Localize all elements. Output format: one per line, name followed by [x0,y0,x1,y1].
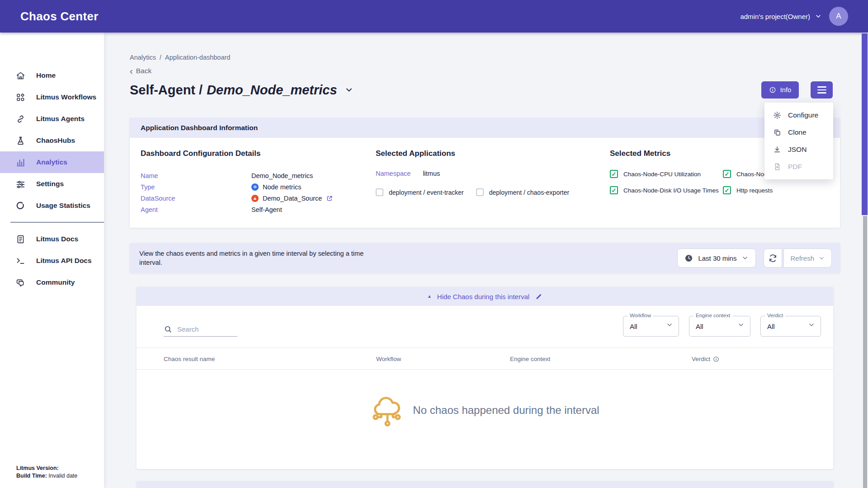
config-row-agent: Agent Self-Agent [141,204,376,215]
menu-item-label: Clone [788,128,807,136]
sliders-icon [16,179,25,189]
checkbox-unchecked-icon[interactable] [476,188,484,196]
sidebar: Home Litmus Workflows Litmus Agents Chao… [0,33,104,488]
filter-row: Workflow All Engine context All Verdict … [137,306,833,347]
sidebar-item-litmus-docs[interactable]: Litmus Docs [0,228,104,250]
community-icon [16,278,25,287]
checkbox-unchecked-icon[interactable] [376,188,383,196]
column-verdict: Verdict [692,356,806,362]
sidebar-item-home[interactable]: Home [0,65,104,86]
metric-checkbox-disk-io-times[interactable]: ✓ Chaos-Node-Disk I/O Usage Times [610,186,723,194]
avatar[interactable]: A [829,7,848,26]
sidebar-item-analytics[interactable]: Analytics [0,151,104,173]
project-switcher[interactable]: admin's project(Owner) [740,13,822,20]
sidebar-item-community[interactable]: Community [0,272,104,293]
verdict-info-icon[interactable] [713,356,719,362]
collapse-triangle-icon: ▲ [427,294,432,299]
back-button[interactable]: ‹ Back [130,67,151,75]
dashboard-info-body: Dashboard Configuration Details Name Dem… [130,138,840,228]
verdict-filter-select[interactable]: Verdict All [760,316,821,337]
prometheus-icon: ▲ [251,195,259,202]
refresh-rate-select[interactable]: Refresh [783,249,832,267]
clock-icon [684,254,693,263]
metric-checkbox-cpu-utilization[interactable]: ✓ Chaos-Node-CPU Utilization [610,170,723,178]
app-checkbox-chaos-exporter[interactable]: deployment / chaos-exporter [476,188,569,196]
cpu-metrics-header: CPU Utilization Metrics [137,481,833,488]
kebab-menu-button[interactable] [811,81,833,99]
time-interval-bar: View the chaos events and metrics in a g… [130,243,840,273]
page-scrollbar[interactable] [861,33,868,488]
search-field[interactable] [164,325,237,337]
chevron-down-icon [818,255,825,262]
dashboard-info-header: Application Dashboard Information [130,118,840,138]
config-row-name: Name Demo_Node_metrics [141,170,376,181]
filters: Workflow All Engine context All Verdict … [623,316,821,337]
page-title[interactable]: Self-Agent / Demo_Node_metrics [130,83,354,98]
workflow-filter-label: Workflow [627,313,653,318]
app-checkbox-event-tracker[interactable]: deployment / event-tracker [376,188,464,196]
breadcrumb-analytics[interactable]: Analytics [130,54,156,61]
sidebar-item-chaoshubs[interactable]: ChaosHubs [0,130,104,151]
sidebar-item-label: Usage Statistics [36,202,90,210]
title-agent: Self-Agent / [130,83,203,98]
back-chevron-icon: ‹ [130,68,133,74]
refresh-now-button[interactable] [764,249,782,267]
sidebar-item-litmus-workflows[interactable]: Litmus Workflows [0,86,104,108]
hamburger-icon [817,86,826,88]
verdict-filter-value: All [767,320,775,330]
menu-item-label: Configure [788,111,818,119]
scrollbar-track[interactable] [863,216,867,488]
engine-context-filter-value: All [696,320,703,330]
sidebar-item-label: Analytics [36,158,67,166]
sidebar-item-label: Community [36,278,75,286]
engine-context-filter-select[interactable]: Engine context All [689,316,750,337]
search-input[interactable] [176,325,237,333]
workflow-filter-select[interactable]: Workflow All [623,316,679,337]
menu-item-label: JSON [788,145,807,154]
config-row-type: Type ✲ Node metrics [141,181,376,192]
scrollbar-thumb[interactable] [862,33,868,215]
chevron-down-icon [741,254,749,262]
engine-context-filter-label: Engine context [693,313,732,318]
avatar-letter: A [836,12,841,21]
time-interval-description: View the chaos events and metrics in a g… [139,249,386,267]
checkbox-checked-icon[interactable]: ✓ [610,186,618,194]
metric-checkbox-http-requests[interactable]: ✓ Http requests [723,186,836,194]
sidebar-item-litmus-api-docs[interactable]: Litmus API Docs [0,250,104,272]
checkbox-checked-icon[interactable]: ✓ [723,170,731,178]
info-button[interactable]: Info [761,81,799,99]
breadcrumb-separator: / [160,54,161,61]
menu-item-clone[interactable]: Clone [764,124,833,141]
hide-chaos-label: Hide Chaos during this interval [437,293,529,300]
applications-title: Selected Applications [376,149,610,158]
sidebar-item-usage-statistics[interactable]: Usage Statistics [0,195,104,216]
menu-item-pdf[interactable]: PDF [764,158,833,175]
sidebar-item-label: Litmus Docs [36,235,78,243]
cloud-circuit-icon [370,393,405,427]
refresh-icon [768,253,778,263]
pencil-icon[interactable] [535,293,542,300]
menu-item-json[interactable]: JSON [764,141,833,158]
checkbox-checked-icon[interactable]: ✓ [723,186,731,194]
sidebar-item-label: Home [36,71,56,80]
chevron-down-icon [815,13,822,20]
hide-chaos-toggle[interactable]: ▲ Hide Chaos during this interval [137,287,833,306]
external-link-icon[interactable] [326,195,333,202]
empty-state-text: No chaos happened during the interval [413,404,599,417]
title-chevron-down-icon[interactable] [344,85,354,94]
app-header: Chaos Center admin's project(Owner) A [0,0,868,33]
menu-item-configure[interactable]: Configure [764,107,833,124]
sidebar-item-litmus-agents[interactable]: Litmus Agents [0,108,104,130]
namespace-row: Namespace litmus [376,170,610,177]
time-range-select[interactable]: Last 30 mins [677,249,756,267]
sidebar-item-settings[interactable]: Settings [0,173,104,195]
applications-column: Selected Applications Namespace litmus d… [376,149,610,215]
menu-item-label: PDF [788,163,802,171]
dashboard-info-card: Application Dashboard Information Dashbo… [130,118,840,228]
flask-icon [16,136,25,145]
terminal-icon [16,256,25,266]
download-icon [773,145,781,154]
checkbox-checked-icon[interactable]: ✓ [610,170,618,178]
workflow-filter-value: All [630,320,637,330]
empty-state: No chaos happened during the interval [137,370,833,469]
